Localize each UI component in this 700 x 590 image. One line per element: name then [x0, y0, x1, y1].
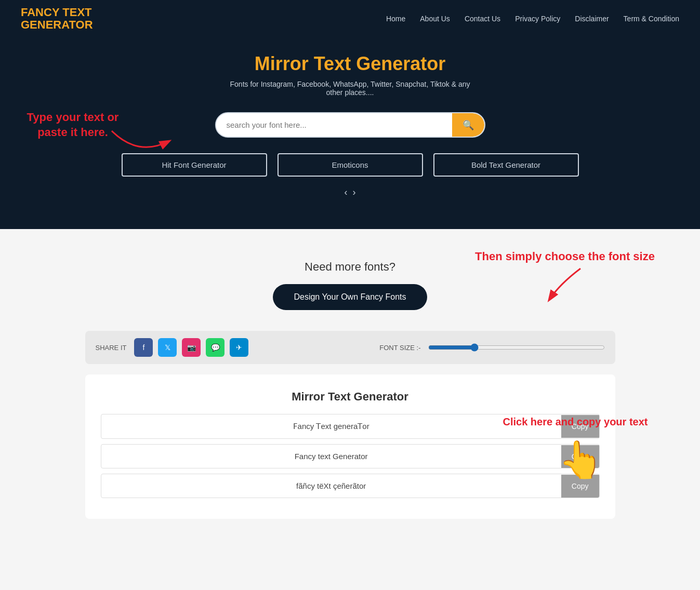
nav-privacy[interactable]: Privacy Policy [515, 15, 560, 23]
content-section: Then simply choose the font size Need mo… [0, 229, 700, 550]
whatsapp-share-button[interactable]: 💬 [206, 338, 224, 357]
hero-section: Mirror Text Generator Fonts for Instagra… [0, 37, 700, 229]
twitter-share-button[interactable]: 𝕏 [158, 338, 177, 357]
emoticons-button[interactable]: Emoticons [278, 153, 423, 177]
page-title: Mirror Text Generator [21, 53, 679, 75]
next-page-button[interactable]: › [353, 187, 356, 198]
share-bar: SHARE IT f 𝕏 📷 💬 ✈ FONT SIZE :- [85, 331, 615, 364]
hero-annotation: Type your text or paste it here. [16, 110, 130, 140]
pagination: ‹ › [21, 187, 679, 198]
nav-disclaimer[interactable]: Disclaimer [575, 15, 609, 23]
font-text-2: Fancy text Generator [101, 445, 561, 468]
font-size-slider[interactable] [428, 343, 605, 352]
font-text-3: fãñcy tëXt çeñerãtor [101, 474, 561, 498]
design-fonts-button[interactable]: Design Your Own Fancy Fonts [273, 284, 427, 310]
copy-annotation: Click here and copy your text [497, 416, 653, 428]
nav-contact[interactable]: Contact Us [465, 15, 500, 23]
font-size-annotation: Then simply choose the font size [471, 250, 658, 305]
search-button[interactable]: 🔍 [452, 113, 484, 137]
nav-home[interactable]: Home [386, 15, 405, 23]
prev-page-button[interactable]: ‹ [345, 187, 348, 198]
search-form: 🔍 [215, 112, 485, 138]
nav-terms[interactable]: Term & Condition [624, 15, 679, 23]
telegram-share-button[interactable]: ✈ [230, 338, 248, 357]
facebook-share-button[interactable]: f [134, 338, 153, 357]
nav: Home About Us Contact Us Privacy Policy … [386, 15, 679, 23]
instagram-share-button[interactable]: 📷 [182, 338, 201, 357]
hero-subtitle: Fonts for Instagram, Facebook, WhatsApp,… [226, 80, 475, 97]
bold-text-generator-button[interactable]: Bold Text Generator [433, 153, 579, 177]
results-wrapper: Mirror Text Generator ꓝancy ꓔext generaꓔ… [21, 374, 679, 519]
font-text-1: ꓝancy ꓔext generaꓔor [101, 414, 561, 438]
font-results-title: Mirror Text Generator [101, 390, 600, 404]
font-size-control: FONT SIZE :- [379, 343, 604, 352]
cursor-icon: 👆 [497, 438, 664, 481]
share-label: SHARE IT [96, 344, 127, 352]
search-input[interactable] [216, 113, 452, 137]
logo[interactable]: FANCY TEXT GENERATOR [21, 6, 93, 31]
font-size-label: FONT SIZE :- [379, 344, 420, 352]
header: FANCY TEXT GENERATOR Home About Us Conta… [0, 0, 700, 37]
nav-about[interactable]: About Us [420, 15, 450, 23]
